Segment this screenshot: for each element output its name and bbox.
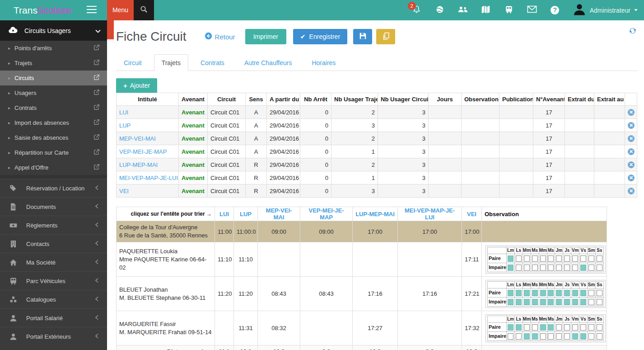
col-trajet-lup[interactable]: LUP — [234, 207, 258, 221]
day-checkbox[interactable] — [516, 324, 522, 331]
sidebar-group-parc-v-hicules[interactable]: Parc Véhicules — [0, 271, 107, 290]
menu-button[interactable]: Menu — [107, 0, 134, 20]
sidebar-group-documents[interactable]: Documents — [0, 197, 107, 216]
tab-autre-chauffeurs[interactable]: Autre Chauffeurs — [237, 54, 300, 71]
globe-button[interactable] — [434, 5, 445, 16]
col-nb-arret[interactable]: Nb Arrêt — [300, 93, 331, 106]
delete-row-icon[interactable]: ✕ — [628, 135, 635, 142]
delete-row-icon[interactable]: ✕ — [628, 148, 635, 155]
day-checkbox[interactable] — [516, 265, 522, 271]
day-checkbox[interactable] — [524, 324, 530, 331]
trip-avenant-link[interactable]: Avenant — [182, 175, 205, 181]
day-checkbox[interactable] — [548, 299, 554, 305]
trip-intitule-link[interactable]: LUI — [119, 109, 128, 116]
delete-row-icon[interactable]: ✕ — [628, 109, 635, 116]
trip-avenant-link[interactable]: Avenant — [182, 135, 205, 142]
help-button[interactable]: ? — [550, 5, 560, 16]
col-nb-usager-circuit[interactable]: Nb Usager Circuit — [378, 93, 429, 106]
day-checkbox[interactable] — [580, 324, 586, 331]
day-checkbox[interactable] — [508, 299, 513, 305]
sidebar-group-r-glements[interactable]: Règlements — [0, 216, 107, 234]
day-checkbox[interactable] — [564, 299, 570, 305]
day-checkbox[interactable] — [532, 324, 538, 331]
day-checkbox[interactable] — [597, 255, 602, 262]
trip-avenant-link[interactable]: Avenant — [182, 188, 205, 194]
day-checkbox[interactable] — [564, 324, 570, 331]
delete-row-icon[interactable]: ✕ — [628, 122, 635, 129]
col-trajet-lui[interactable]: LUI — [215, 207, 234, 221]
col-extrait-au[interactable]: Extrait au — [594, 93, 625, 106]
map-button[interactable] — [481, 5, 491, 16]
col-n-avenant[interactable]: N°Avenant — [533, 93, 565, 106]
day-checkbox[interactable] — [548, 333, 554, 340]
sidebar-section-circuits-usagers[interactable]: Circuits Usagers — [0, 20, 107, 41]
tab-contrats[interactable]: Contrats — [193, 54, 232, 71]
day-checkbox[interactable] — [540, 299, 546, 305]
trip-intitule-link[interactable]: LUP — [119, 122, 131, 129]
day-checkbox[interactable] — [548, 265, 554, 271]
col-a-partir-du[interactable]: A partir du — [267, 93, 300, 106]
day-checkbox[interactable] — [564, 333, 570, 340]
users-button[interactable] — [457, 5, 468, 16]
sidebar-item-repartition-carte[interactable]: ▸ Répartition sur Carte — [0, 145, 107, 160]
col-extrait-du[interactable]: Extrait du — [565, 93, 594, 106]
day-checkbox[interactable] — [540, 290, 546, 296]
sidebar-item-import-absences[interactable]: ▸ Import des absences — [0, 115, 107, 130]
col-circuit[interactable]: Circuit — [208, 93, 246, 106]
save-button[interactable] — [353, 29, 372, 44]
trip-intitule-link[interactable]: VEP-MEI-JE-MAP — [119, 148, 167, 155]
col-nb-usager-trajet[interactable]: Nb Usager Trajet — [331, 93, 378, 106]
trip-avenant-link[interactable]: Avenant — [182, 109, 205, 116]
day-checkbox[interactable] — [532, 333, 538, 340]
day-checkbox[interactable] — [516, 255, 522, 262]
sidebar-item-contrats[interactable]: ▸ Contrats — [0, 100, 107, 115]
tab-trajets[interactable]: Trajets — [154, 54, 188, 71]
enregistrer-button[interactable]: ✔ Enregistrer — [293, 29, 347, 44]
day-checkbox[interactable] — [532, 299, 538, 305]
day-checkbox[interactable] — [508, 333, 513, 340]
sidebar-item-appel-doffre[interactable]: ▸ Appel d'Offre — [0, 160, 107, 175]
day-checkbox[interactable] — [524, 333, 530, 340]
col-observation[interactable]: Observation — [462, 93, 499, 106]
sidebar-item-trajets[interactable]: ▸ Trajets — [0, 56, 107, 71]
day-checkbox[interactable] — [597, 290, 602, 296]
day-checkbox[interactable] — [516, 290, 522, 296]
refresh-icon[interactable] — [629, 27, 637, 37]
trip-avenant-link[interactable]: Avenant — [182, 122, 205, 129]
col-avenant[interactable]: Avenant — [179, 93, 208, 106]
col-trajet-vep-mei-je-map[interactable]: VEP-MEI-JE-MAP — [300, 207, 353, 221]
day-checkbox[interactable] — [572, 255, 578, 262]
day-checkbox[interactable] — [548, 324, 554, 331]
search-button[interactable] — [134, 0, 154, 20]
col-trajet-lup-mep-mai[interactable]: LUP-MEP-MAI — [353, 207, 398, 221]
delete-row-icon[interactable]: ✕ — [628, 161, 635, 168]
day-checkbox[interactable] — [597, 324, 602, 331]
day-checkbox[interactable] — [572, 290, 578, 296]
trip-intitule-link[interactable]: MEP-VEI-MAI — [119, 135, 156, 142]
col-publication[interactable]: Publication — [499, 93, 533, 106]
day-checkbox[interactable] — [564, 290, 570, 296]
day-checkbox[interactable] — [508, 290, 513, 296]
day-checkbox[interactable] — [524, 290, 530, 296]
day-checkbox[interactable] — [597, 265, 602, 271]
day-checkbox[interactable] — [556, 265, 562, 271]
hamburger-menu-icon[interactable] — [87, 6, 97, 15]
sidebar-item-saisie-absences[interactable]: ▸ Saisie des absences — [0, 130, 107, 145]
col-trajet-vei[interactable]: VEI — [462, 207, 482, 221]
day-checkbox[interactable] — [597, 299, 602, 305]
day-checkbox[interactable] — [580, 333, 586, 340]
user-menu[interactable]: Administrateur — [573, 3, 638, 18]
day-checkbox[interactable] — [564, 255, 570, 262]
sidebar-group-r-servation-location[interactable]: Réservation / Location — [0, 179, 107, 197]
day-checkbox[interactable] — [540, 255, 546, 262]
retour-button[interactable]: Retour — [205, 32, 235, 41]
trip-intitule-link[interactable]: VEI — [119, 188, 129, 194]
day-checkbox[interactable] — [588, 333, 594, 340]
bus-button[interactable] — [504, 5, 514, 16]
day-checkbox[interactable] — [524, 265, 530, 271]
sidebar-group-catalogues[interactable]: Catalogues — [0, 290, 107, 308]
copy-button[interactable] — [376, 29, 395, 44]
day-checkbox[interactable] — [516, 299, 522, 305]
col-trajet-mei-vep-map-je-lui[interactable]: MEI-VEP-MAP-JE-LUI — [398, 207, 462, 221]
day-checkbox[interactable] — [588, 299, 594, 305]
